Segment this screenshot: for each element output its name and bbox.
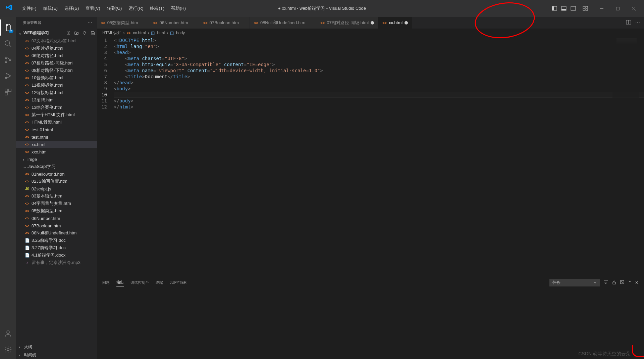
menu-item[interactable]: 选择(S) [61,3,82,13]
tree-file[interactable]: 07相对路径-同级.html [16,59,97,67]
tree-file[interactable]: 10音频标签.html [16,74,97,82]
tree-file[interactable]: 03基本语法.htm [16,192,97,200]
editor-tab[interactable]: xx.html [378,17,412,29]
minimize-button[interactable] [594,3,609,14]
menu-item[interactable]: 转到(G) [104,3,125,13]
layout-sidebar-right-icon[interactable] [570,5,577,12]
activity-explorer-icon[interactable]: 2 [0,19,16,36]
breadcrumb[interactable]: HTML认知› xx.html› ◫html› ◫body [97,29,644,37]
minimap[interactable] [612,37,639,277]
tree-file[interactable]: 05数据类型.htm [16,207,97,215]
panel-tab[interactable]: JUPYTER [170,279,186,286]
svg-rect-4 [571,6,576,10]
svg-point-16 [5,61,7,63]
panel-filter-icon[interactable] [603,279,608,286]
svg-point-23 [7,331,9,333]
tree-file[interactable]: 06绝对路径.html [16,52,97,59]
menu-item[interactable]: 查看(V) [82,3,103,13]
tree-folder[interactable]: ›imge [16,155,97,163]
tree-file[interactable]: 01helloworld.htm [16,170,97,178]
tree-file[interactable]: JS02script.js [16,185,97,192]
activity-extensions-icon[interactable] [0,84,16,100]
collapse-all-icon[interactable] [90,30,96,36]
new-folder-icon[interactable] [73,30,79,36]
tree-file[interactable]: 第一个HTML文件.html [16,111,97,119]
svg-rect-20 [5,89,8,92]
tree-file[interactable]: test.01html [16,126,97,133]
tree-file[interactable]: 📄4.1前端学习.docx [16,252,97,259]
timeline-section[interactable]: ›时间线 [16,351,97,359]
close-icon[interactable] [140,20,145,25]
activity-accounts-icon[interactable] [0,325,16,342]
menu-item[interactable]: 终端(T) [147,3,168,13]
svg-rect-8 [586,9,588,10]
refresh-icon[interactable] [82,30,88,36]
tree-file[interactable]: 02JS编写位置.htm [16,178,97,185]
activity-run-icon[interactable] [0,68,16,84]
menu-item[interactable]: 帮助(H) [168,3,189,13]
tree-file[interactable]: 08Null和Undefined.htm [16,229,97,237]
tree-file[interactable]: 07Boolean.htm [16,222,97,229]
activity-settings-icon[interactable] [0,342,16,358]
panel-chevron-up-icon[interactable]: ⌃ [628,280,632,285]
layout-sidebar-left-icon[interactable] [551,5,558,12]
tree-file[interactable]: 12链接标签.html [16,89,97,96]
folder-header[interactable]: ⌄ WEB前端学习 [16,29,97,37]
svg-line-14 [9,45,11,47]
tree-file[interactable]: HTML骨架.html [16,119,97,126]
output-channel-select[interactable]: 任务⌄ [549,279,600,286]
split-editor-icon[interactable] [626,19,631,26]
tree-file[interactable]: 04字面量与变量.htm [16,200,97,207]
tree-file[interactable]: 📄3.25前端学习.doc [16,237,97,244]
tree-file[interactable]: 06Number.htm [16,215,97,222]
editor-tab[interactable]: 08Null和Undefined.htm [250,17,316,29]
editor-group: 05数据类型.htm06Number.htm07Boolean.htm08Nul… [97,17,644,359]
activity-scm-icon[interactable] [0,52,16,68]
maximize-button[interactable] [610,3,625,14]
code-editor[interactable]: 123456789101112 <!DOCTYPE html><html lan… [97,37,644,277]
tree-file[interactable]: 04图片标签.html [16,45,97,52]
close-icon[interactable] [307,20,312,25]
editor-tab[interactable]: 05数据类型.htm [97,17,149,29]
tree-file[interactable]: test.html [16,133,97,141]
customize-layout-icon[interactable] [582,5,589,12]
editor-tab[interactable]: 06Number.htm [149,17,199,29]
panel-tab[interactable]: 调试控制台 [130,279,149,286]
svg-point-24 [7,349,9,351]
panel-clear-icon[interactable] [620,280,625,285]
panel-tab[interactable]: 输出 [116,278,124,286]
outline-section[interactable]: ›大纲 [16,343,97,351]
layout-panel-bottom-icon[interactable] [560,5,568,12]
code-content[interactable]: <!DOCTYPE html><html lang="en"><head> <m… [114,37,644,277]
editor-tab[interactable]: 07Boolean.htm [199,17,250,29]
close-window-button[interactable] [626,3,641,14]
new-file-icon[interactable] [65,30,71,36]
close-icon[interactable] [190,20,195,25]
tree-file[interactable]: 13综合案例.htm [16,104,97,111]
tree-file[interactable]: 08相对路径-下级.html [16,67,97,74]
svg-rect-2 [561,6,566,10]
panel-close-icon[interactable]: ✕ [635,280,639,285]
editor-tab[interactable]: 07相对路径-同级.html [316,17,378,29]
tree-file[interactable]: xx.html [16,141,97,148]
panel-tab[interactable]: 终端 [156,279,163,286]
close-icon[interactable] [241,20,246,25]
sidebar-more-icon[interactable]: ⋯ [88,20,93,26]
tree-file[interactable]: 13招聘.htm [16,96,97,104]
tree-file[interactable]: ♪留有事，定奉沙洲冷.mp3 [16,259,97,266]
menu-item[interactable]: 文件(F) [19,3,40,13]
tree-file[interactable]: 11视频标签.html [16,82,97,89]
bottom-panel: 问题输出调试控制台终端JUPYTER 任务⌄ ⌃ ✕ [97,277,644,359]
menu-item[interactable]: 编辑(E) [40,3,61,13]
file-tree[interactable]: 03文本格式化标签.html04图片标签.html06绝对路径.html07相对… [16,37,97,343]
tree-file[interactable]: 03文本格式化标签.html [16,37,97,45]
tab-more-icon[interactable]: ⋯ [635,20,641,26]
activity-search-icon[interactable] [0,36,16,52]
tree-file[interactable]: xxx.htm [16,148,97,155]
tree-folder[interactable]: ⌄JavaScrpt学习 [16,163,97,170]
panel-lock-icon[interactable] [612,280,616,285]
sidebar-header: 资源管理器 ⋯ [16,17,97,29]
menu-item[interactable]: 运行(R) [125,3,147,13]
panel-tab[interactable]: 问题 [102,279,110,286]
tree-file[interactable]: 📄3.27前端学习.doc [16,244,97,252]
